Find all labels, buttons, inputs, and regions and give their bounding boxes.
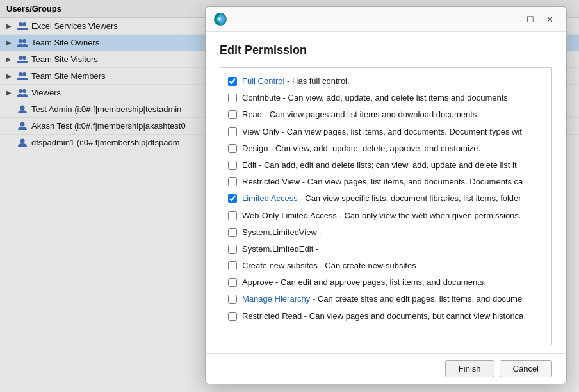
permission-item: Restricted View - Can view pages, list i… (223, 174, 549, 190)
permission-item: Edit - Can add, edit and delete lists; c… (223, 157, 549, 174)
permission-name: View Only (242, 127, 279, 136)
permission-label[interactable]: Create new subsites - Can create new sub… (242, 260, 416, 272)
cancel-button[interactable]: Cancel (500, 360, 552, 377)
permission-checkbox[interactable] (228, 110, 237, 119)
permission-checkbox[interactable] (228, 312, 237, 321)
permission-item: Design - Can view, add, update, delete, … (223, 140, 549, 157)
permission-desc: - Can create new subsites (318, 261, 416, 270)
permission-item: System.LimitedEdit - (223, 241, 549, 257)
permission-label[interactable]: System.LimitedView - (242, 227, 322, 238)
permission-item: System.LimitedView - (223, 224, 549, 241)
permissions-list[interactable]: Full Control - Has full control.Contribu… (220, 67, 552, 345)
permission-checkbox[interactable] (228, 245, 237, 254)
permission-label[interactable]: Full Control - Has full control. (242, 76, 350, 87)
maximize-button[interactable]: ☐ (521, 12, 539, 26)
permission-name: Approve (242, 277, 273, 287)
permission-name: System.LimitedView (242, 227, 317, 237)
permission-label[interactable]: Restricted Read - Can view pages and doc… (242, 311, 523, 322)
permission-desc: - Can add, edit and delete lists; can vi… (256, 160, 516, 170)
permission-item: Manage Hierarchy - Can create sites and … (223, 291, 549, 307)
minimize-button[interactable]: — (502, 12, 520, 26)
permission-checkbox[interactable] (228, 127, 237, 136)
permission-desc: - Can view pages, list items, and docume… (279, 127, 522, 136)
dialog-title: Edit Permission (220, 44, 552, 57)
permission-name: Full Control (242, 76, 284, 86)
permission-label[interactable]: System.LimitedEdit - (242, 243, 318, 255)
permission-name: Edit (242, 160, 256, 170)
permission-label[interactable]: Design - Can view, add, update, delete, … (242, 143, 480, 154)
dialog-content: Edit Permission Full Control - Has full … (206, 32, 566, 353)
permission-name: Design (242, 143, 268, 153)
permission-checkbox[interactable] (228, 177, 237, 186)
permission-item: Web-Only Limited Access - Can only view … (223, 208, 549, 224)
permission-label[interactable]: Approve - Can edit and approve pages, li… (242, 277, 486, 288)
permission-checkbox[interactable] (228, 144, 237, 153)
edit-permission-dialog: — ☐ ✕ Edit Permission Full Control - Has… (205, 6, 567, 384)
permission-desc: - Can view, add, update, and delete list… (281, 93, 510, 102)
permission-item: Approve - Can edit and approve pages, li… (223, 274, 549, 291)
dialog-overlay: — ☐ ✕ Edit Permission Full Control - Has… (0, 0, 579, 392)
permission-name: Manage Hierarchy (242, 294, 310, 304)
permission-label[interactable]: Web-Only Limited Access - Can only view … (242, 210, 521, 222)
permission-desc: - Can edit and approve pages, list items… (273, 277, 485, 287)
permission-name: Restricted View (242, 177, 300, 186)
permission-label[interactable]: Edit - Can add, edit and delete lists; c… (242, 159, 517, 171)
permission-desc: - Can view pages and documents, but cann… (302, 311, 523, 321)
permission-checkbox[interactable] (228, 295, 237, 304)
permission-desc: - Can only view the web when given permi… (337, 211, 521, 220)
permission-desc: - Can view specific lists, document libr… (298, 193, 521, 203)
permission-checkbox[interactable] (228, 77, 237, 86)
permission-desc: - Can view, add, update, delete, approve… (268, 143, 480, 153)
permission-label[interactable]: Contribute - Can view, add, update, and … (242, 92, 510, 104)
permission-label[interactable]: Read - Can view pages and list items and… (242, 109, 479, 120)
permission-desc: - Can view pages, list items, and docume… (300, 177, 523, 186)
close-button[interactable]: ✕ (541, 12, 559, 26)
permission-checkbox[interactable] (228, 211, 237, 220)
permission-label[interactable]: Limited Access - Can view specific lists… (242, 193, 521, 204)
permission-desc: - Can create sites and edit pages, list … (310, 294, 522, 304)
permission-label[interactable]: View Only - Can view pages, list items, … (242, 126, 522, 138)
permission-name: Limited Access (242, 193, 298, 203)
permission-name: System.LimitedEdit (242, 244, 313, 254)
sharepoint-logo-icon (213, 12, 227, 26)
permission-checkbox[interactable] (228, 261, 237, 270)
permission-checkbox[interactable] (228, 228, 237, 237)
permission-name: Read (242, 110, 262, 119)
permission-name: Create new subsites (242, 261, 318, 270)
permission-name: Contribute (242, 93, 281, 102)
permission-label[interactable]: Restricted View - Can view pages, list i… (242, 176, 523, 188)
permission-checkbox[interactable] (228, 194, 237, 203)
dialog-titlebar: — ☐ ✕ (206, 7, 566, 32)
permission-item: Full Control - Has full control. (223, 73, 549, 90)
permission-item: View Only - Can view pages, list items, … (223, 124, 549, 140)
permission-name: Web-Only Limited Access (242, 211, 337, 220)
permission-desc: - Has full control. (284, 76, 349, 86)
permission-checkbox[interactable] (228, 278, 237, 287)
permission-item: Limited Access - Can view specific lists… (223, 190, 549, 207)
permission-name: Restricted Read (242, 311, 302, 321)
permission-item: Create new subsites - Can create new sub… (223, 257, 549, 274)
permission-item: Contribute - Can view, add, update, and … (223, 90, 549, 106)
permission-checkbox[interactable] (228, 161, 237, 170)
finish-button[interactable]: Finish (445, 360, 494, 377)
permission-item: Read - Can view pages and list items and… (223, 106, 549, 123)
permission-desc: - (313, 244, 318, 254)
permission-label[interactable]: Manage Hierarchy - Can create sites and … (242, 293, 522, 305)
dialog-footer: Finish Cancel (206, 353, 566, 384)
permission-desc: - Can view pages and list items and down… (262, 110, 479, 119)
permission-desc: - (317, 227, 322, 237)
permission-checkbox[interactable] (228, 94, 237, 102)
permission-item: Restricted Read - Can view pages and doc… (223, 308, 549, 325)
